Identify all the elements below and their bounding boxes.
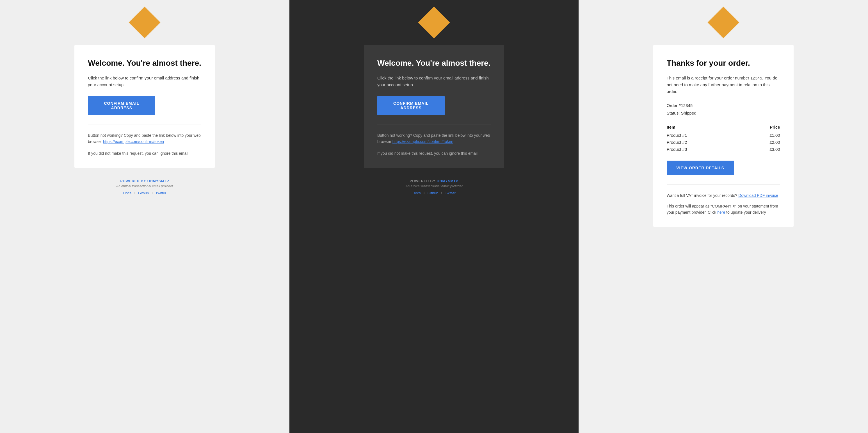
receipt-title: Thanks for your order. <box>667 58 780 68</box>
footer-docs-link-1[interactable]: Docs <box>123 191 132 195</box>
ignore-text-2: If you did not make this request, you ca… <box>377 150 491 156</box>
fallback-link-2[interactable]: https://example.com/confirm#token <box>393 139 453 144</box>
footer-docs-link-2[interactable]: Docs <box>412 191 421 195</box>
confirm-button-2[interactable]: CONFIRM EMAIL ADDRESS <box>377 96 445 115</box>
footer-powered-2: POWERED BY OHMYSMTP <box>406 179 463 183</box>
footer-2: POWERED BY OHMYSMTP An ethical transacti… <box>406 179 463 195</box>
panel-3: Thanks for your order. This email is a r… <box>579 0 868 433</box>
panel-2: Welcome. You're almost there. Click the … <box>289 0 579 433</box>
footer-twitter-link-2[interactable]: Twitter <box>445 191 456 195</box>
order-table: Item Price Product #1 £1.00 Product #2 £… <box>667 125 780 153</box>
logo-diamond-3 <box>707 6 739 38</box>
footer-github-link-1[interactable]: Github <box>138 191 149 195</box>
order-table-header: Item Price <box>667 125 780 132</box>
fallback-text-2: Button not working? Copy and paste the l… <box>377 132 491 145</box>
footer-links-2: Docs • Github • Twitter <box>406 191 463 195</box>
receipt-body: This email is a receipt for your order n… <box>667 75 780 95</box>
welcome-title-1: Welcome. You're almost there. <box>88 58 201 68</box>
receipt-content: Thanks for your order. This email is a r… <box>653 45 794 227</box>
body-text-1: Click the link below to confirm your ema… <box>88 75 201 88</box>
receipt-card: Thanks for your order. This email is a r… <box>653 45 794 227</box>
table-row: Product #1 £1.00 <box>667 132 780 139</box>
divider-3 <box>667 184 780 185</box>
footer-links-1: Docs • Github • Twitter <box>116 191 173 195</box>
vat-pdf-link[interactable]: Download PDF invoice <box>738 193 778 198</box>
col-price: Price <box>770 125 780 129</box>
fallback-link-1[interactable]: https://example.com/confirm#token <box>103 139 164 144</box>
order-info: Order #12345 Status: Shipped <box>667 102 780 117</box>
footer-powered-1: POWERED BY OHMYSMTP <box>116 179 173 183</box>
order-status: Status: Shipped <box>667 109 780 117</box>
statement-link[interactable]: here <box>717 210 725 215</box>
welcome-title-2: Welcome. You're almost there. <box>377 58 491 68</box>
col-item: Item <box>667 125 675 129</box>
logo-diamond-1 <box>129 6 161 38</box>
email-card-1: Welcome. You're almost there. Click the … <box>74 45 215 168</box>
footer-brand-1: OHMYSMTP <box>147 179 169 183</box>
footer-brand-2: OHMYSMTP <box>437 179 458 183</box>
logo-diamond-2 <box>418 6 450 38</box>
footer-twitter-link-1[interactable]: Twitter <box>156 191 166 195</box>
footer-tagline-2: An ethical transactional email provider <box>406 184 463 188</box>
vat-text: Want a full VAT invoice for your records… <box>667 192 780 198</box>
divider-1 <box>88 124 201 124</box>
statement-text: This order will appear as "COMPANY X" on… <box>667 203 780 216</box>
footer-1: POWERED BY OHMYSMTP An ethical transacti… <box>116 179 173 195</box>
panel-1: Welcome. You're almost there. Click the … <box>0 0 289 433</box>
divider-2 <box>377 124 491 124</box>
table-row: Product #2 £2.00 <box>667 139 780 146</box>
order-number: Order #12345 <box>667 102 780 109</box>
footer-github-link-2[interactable]: Github <box>428 191 438 195</box>
fallback-text-1: Button not working? Copy and paste the l… <box>88 132 201 145</box>
view-order-button[interactable]: VIEW ORDER DETAILS <box>667 161 734 175</box>
table-row: Product #3 £3.00 <box>667 146 780 153</box>
confirm-button-1[interactable]: CONFIRM EMAIL ADDRESS <box>88 96 155 115</box>
footer-tagline-1: An ethical transactional email provider <box>116 184 173 188</box>
ignore-text-1: If you did not make this request, you ca… <box>88 150 201 156</box>
email-card-2: Welcome. You're almost there. Click the … <box>364 45 504 168</box>
body-text-2: Click the link below to confirm your ema… <box>377 75 491 88</box>
